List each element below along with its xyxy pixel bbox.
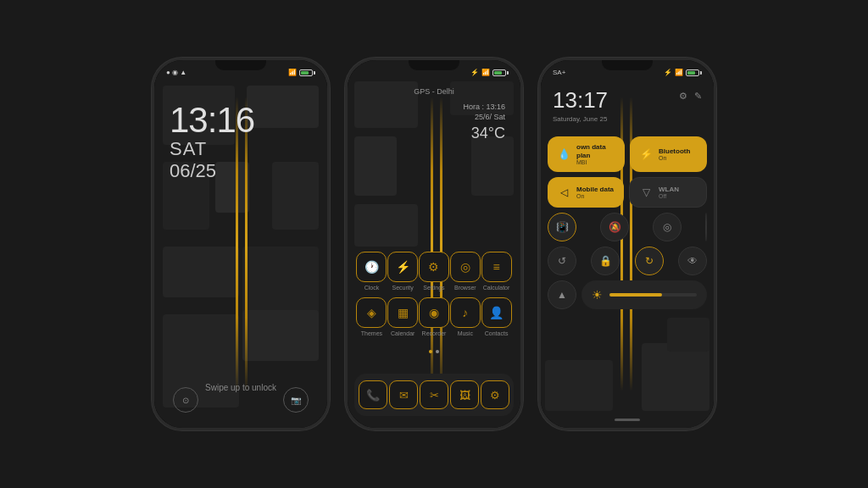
app-calculator[interactable]: ≡ Calculator [481,252,512,291]
refresh-icon-btn[interactable]: ↺ [548,247,576,275]
security-icon[interactable]: ⚡ [387,252,418,282]
dock-scissors[interactable]: ✂ [420,380,448,409]
wlan-name: WLAN [659,186,698,194]
data-plan-name: own data plan [576,143,616,159]
signal-icon: 📶 [481,69,490,76]
home-info-panel: Hora : 13:16 25/6/ Sat 34°C [463,103,505,142]
music-icon[interactable]: ♪ [450,297,481,328]
recorder-icon[interactable]: ◉ [419,297,449,328]
app-music[interactable]: ♪ Music [450,297,481,336]
wlan-text: WLAN Off [659,186,698,200]
flashlight-button[interactable]: ⊙ [173,387,198,413]
lock-icon-btn[interactable]: 🔒 [591,247,620,275]
wlan-icon: ▽ [638,185,654,200]
qs-tile-wlan[interactable]: ▽ WLAN Off [629,177,707,208]
status-right-icons: ⚡ 📶 [664,69,702,76]
data-plan-text: own data plan MBI [576,143,616,165]
hora-label: Hora : 13:16 [463,103,505,111]
cast-icon-btn[interactable]: ↻ [635,247,664,275]
brightness-control[interactable]: ☀ [581,280,707,309]
vibrate-icon-btn[interactable]: 📳 [548,213,576,241]
dot-2 [436,350,439,353]
contacts-icon[interactable]: 👤 [481,297,512,328]
browser-label: Browser [454,285,476,291]
themes-icon[interactable]: ◈ [356,297,387,328]
quick-settings-grid: 💧 own data plan MBI ⚡ Bluetooth On [548,136,707,309]
dock-phone[interactable]: 📞 [359,380,387,409]
browser-icon[interactable]: ◎ [450,252,481,282]
app-themes[interactable]: ◈ Themes [356,297,387,336]
qs-tile-data-plan[interactable]: 💧 own data plan MBI [548,136,625,172]
app-grid: 🕐 Clock ⚡ Security ⚙ Settings ◎ Browser [348,252,520,343]
carrier-label: SA+ [553,69,565,76]
gold-stripes-decoration [431,60,442,428]
qs-header-icons[interactable]: ⚙ ✎ [679,91,702,102]
calendar-icon[interactable]: ▦ [387,297,418,328]
battery-icon [686,69,702,76]
app-dock[interactable]: 📞 ✉ ✂ 🖼 ⚙ [354,374,514,416]
moon-icon-btn[interactable]: ▲ [548,280,576,309]
status-right-icons: ⚡ 📶 [470,69,509,76]
bluetooth-icon: ⚡ [470,69,479,76]
phone1: ● ◉ ▲ 📶 13:16 SAT 06/25 Swipe up to unlo… [152,58,330,430]
dot-1 [429,350,432,353]
qs-date: Saturday, June 25 [553,115,608,123]
silent-icon-btn[interactable]: 🔕 [600,213,629,241]
home-bar [615,419,640,421]
security-label: Security [392,285,414,291]
mobile-data-text: Mobile data On [576,186,615,200]
clock-label: Clock [364,285,380,291]
music-label: Music [458,330,473,336]
status-bar: ● ◉ ▲ 📶 [154,60,327,76]
app-row-1: 🕐 Clock ⚡ Security ⚙ Settings ◎ Browser [356,252,512,291]
app-contacts[interactable]: 👤 Contacts [481,297,512,336]
camera-button[interactable]: 📷 [283,387,309,413]
qs-time: 13:17 [553,87,608,114]
calculator-label: Calculator [483,285,510,291]
app-row-2: ◈ Themes ▦ Calendar ◉ Recorder ♪ Music [356,297,512,336]
qs-header: 13:17 Saturday, June 25 ⚙ ✎ [541,87,714,123]
bluetooth-tile-icon: ⚡ [638,147,654,162]
clock-icon[interactable]: 🕐 [356,252,387,282]
gps-label: GPS - Delhi [348,87,520,96]
app-clock[interactable]: 🕐 Clock [356,252,387,291]
bluetooth-status-icon: ⚡ [664,69,672,76]
bluetooth-status: On [659,155,698,161]
brightness-icon: ☀ [592,288,603,302]
eye-icon-btn[interactable]: 👁 [678,247,707,275]
qs-row-2: ◁ Mobile data On ▽ WLAN Off [548,177,707,208]
settings-header-icon[interactable]: ⚙ [679,91,687,102]
contacts-label: Contacts [485,330,509,336]
mobile-data-status: On [576,193,615,199]
qs-icon-row-2: ↺ 🔒 ↻ 👁 [548,247,707,275]
dock-messages[interactable]: ✉ [389,380,418,409]
lock-day: SAT [170,138,254,160]
dock-gallery[interactable]: 🖼 [450,380,479,409]
qs-tile-mobile-data[interactable]: ◁ Mobile data On [548,177,624,208]
phone3: SA+ ⚡ 📶 13:17 Saturday, June 25 ⚙ [538,58,716,430]
lock-bottom-controls[interactable]: ⊙ 📷 [154,387,327,413]
app-security[interactable]: ⚡ Security [387,252,418,291]
qs-row-1: 💧 own data plan MBI ⚡ Bluetooth On [548,136,707,172]
status-bar: SA+ ⚡ 📶 [541,60,714,76]
app-recorder[interactable]: ◉ Recorder [419,297,449,336]
dock-settings[interactable]: ⚙ [481,380,509,409]
circle-icon-btn[interactable]: ◎ [653,213,682,241]
phone2: ⚡ 📶 GPS - Delhi Hora : 13:16 25/6/ Sat 3… [345,58,523,430]
bluetooth-name: Bluetooth [659,147,698,156]
app-calendar[interactable]: ▦ Calendar [387,297,418,336]
qs-time-block: 13:17 Saturday, June 25 [553,87,608,123]
calculator-icon[interactable]: ≡ [481,252,512,282]
app-browser[interactable]: ◎ Browser [450,252,481,291]
calendar-label: Calendar [391,330,415,336]
home-indicator [541,419,714,421]
brightness-fill [609,293,662,297]
brightness-bar[interactable] [609,293,697,297]
home-date: 25/6/ Sat [463,113,505,121]
qs-tile-bluetooth[interactable]: ⚡ Bluetooth On [630,136,707,172]
mobile-data-icon: ◁ [556,185,571,200]
battery-icon [492,69,509,76]
settings-icon[interactable]: ⚙ [419,252,449,282]
app-settings[interactable]: ⚙ Settings [419,252,449,291]
edit-header-icon[interactable]: ✎ [694,91,702,102]
